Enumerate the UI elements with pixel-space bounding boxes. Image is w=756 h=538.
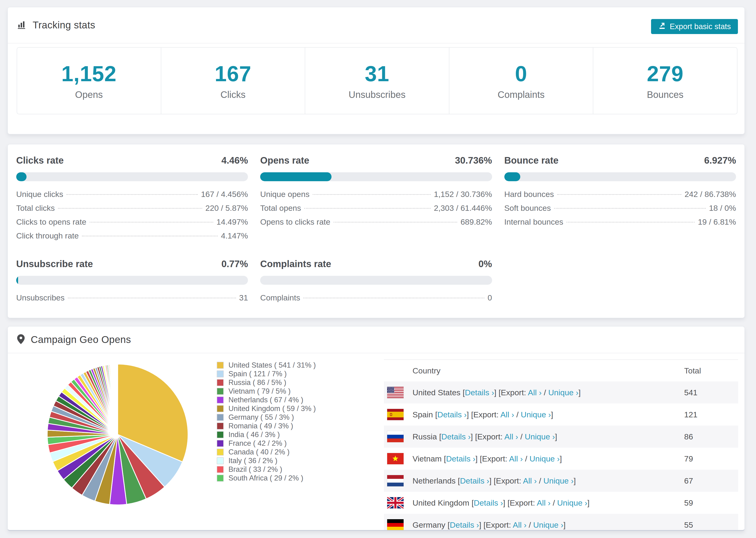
- dotted-leader: [68, 297, 236, 298]
- rate-detail-value: 689.82%: [460, 217, 492, 227]
- legend-item-germany: Germany ( 55 / 3% ): [217, 413, 316, 422]
- dotted-leader: [557, 194, 681, 195]
- legend-item-brazil: Brazil ( 33 / 2% ): [217, 465, 316, 474]
- stat-value: 0: [515, 62, 527, 86]
- campaign-geo-opens-body: United States ( 541 / 31% )Spain ( 121 /…: [8, 353, 744, 530]
- geo-country-cell: Netherlands [Details ›] [Export: All › /…: [412, 476, 684, 485]
- rate-detail-item: Total clicks220 / 5.87%: [16, 203, 248, 217]
- rate-detail-label: Unique clicks: [16, 190, 63, 199]
- tracking-stats-card: Tracking stats Export basic stats 1,152O…: [8, 7, 745, 134]
- country-name: Netherlands: [412, 476, 458, 485]
- legend-label: Italy ( 36 / 2% ): [229, 457, 277, 465]
- country-name: Russia: [412, 432, 439, 441]
- geo-country-cell: Germany [Details ›] [Export: All › / Uni…: [412, 520, 684, 529]
- rate-detail-item: Clicks to opens rate14.497%: [16, 217, 248, 231]
- bracket: [: [439, 432, 441, 441]
- export-unique-link-united-kingdom[interactable]: Unique ›: [557, 498, 587, 507]
- stat-value: 279: [647, 62, 684, 86]
- export-unique-link-russia[interactable]: Unique ›: [525, 432, 555, 441]
- campaign-geo-opens-title: Campaign Geo Opens: [31, 334, 131, 345]
- legend-swatch: [217, 379, 224, 386]
- legend-swatch: [217, 466, 224, 473]
- country-name: Germany: [412, 520, 448, 529]
- export-all-link-united-kingdom[interactable]: All ›: [537, 498, 551, 507]
- country-name: Vietnam: [412, 454, 444, 463]
- legend-label: Canada ( 40 / 2% ): [229, 448, 290, 456]
- export-prefix: Export:: [501, 388, 528, 397]
- country-name: Spain: [412, 410, 435, 419]
- export-all-link-spain[interactable]: All ›: [500, 410, 514, 419]
- geo-table-header-country: Country: [412, 366, 684, 375]
- details-link-russia[interactable]: Details ›: [441, 432, 471, 441]
- dotted-leader: [90, 222, 213, 223]
- rates-card: Clicks rate4.46%Unique clicks167 / 4.456…: [8, 144, 745, 318]
- geo-country-cell: Russia [Details ›] [Export: All › / Uniq…: [412, 432, 684, 441]
- details-link-netherlands[interactable]: Details ›: [460, 476, 489, 485]
- details-link-spain[interactable]: Details ›: [437, 410, 467, 419]
- legend-label: France ( 42 / 2% ): [229, 439, 287, 448]
- details-link-united-kingdom[interactable]: Details ›: [474, 498, 503, 507]
- rate-title: Unsubscribe rate: [16, 259, 93, 269]
- rate-detail-item: Opens to clicks rate689.82%: [260, 217, 492, 231]
- bracket: ] [: [467, 410, 473, 419]
- bracket: [: [463, 388, 465, 397]
- rate-title: Clicks rate: [16, 155, 64, 166]
- pie-slice-other-50[interactable]: [117, 364, 118, 435]
- rate-head: Complaints rate0%: [260, 259, 492, 269]
- legend-label: South Africa ( 29 / 2% ): [229, 474, 303, 482]
- stat-card-opens: 1,152Opens: [17, 48, 161, 114]
- bracket: ]: [555, 432, 557, 441]
- stat-card-unsubscribes: 31Unsubscribes: [305, 48, 449, 114]
- stat-label: Complaints: [498, 89, 545, 100]
- export-unique-link-netherlands[interactable]: Unique ›: [543, 476, 573, 485]
- stat-label: Clicks: [220, 89, 245, 100]
- rate-progress-fill: [16, 172, 27, 181]
- legend-label: Vietnam ( 79 / 5% ): [229, 387, 291, 396]
- country-name: United States: [412, 388, 463, 397]
- details-link-germany[interactable]: Details ›: [450, 520, 479, 529]
- rate-value: 30.736%: [455, 155, 492, 166]
- flag-gb: [387, 497, 404, 509]
- export-unique-link-spain[interactable]: Unique ›: [521, 410, 551, 419]
- slash: /: [551, 498, 557, 507]
- export-all-link-russia[interactable]: All ›: [504, 432, 518, 441]
- geo-opens-pie-chart[interactable]: [45, 362, 190, 507]
- rate-block-bounce-rate: Bounce rate6.927%Hard bounces242 / 86.73…: [504, 155, 736, 245]
- geo-country-cell: Vietnam [Details ›] [Export: All › / Uni…: [412, 454, 684, 463]
- details-link-vietnam[interactable]: Details ›: [446, 454, 475, 463]
- dotted-leader: [554, 208, 706, 209]
- export-all-link-germany[interactable]: All ›: [513, 520, 527, 529]
- dotted-leader: [303, 297, 484, 298]
- rate-progress-fill: [16, 276, 18, 285]
- geo-table-header-total: Total: [684, 366, 738, 375]
- geo-total-cell: 67: [684, 476, 738, 485]
- rate-detail-label: Click through rate: [16, 231, 79, 241]
- map-pin-icon: [17, 334, 25, 346]
- export-unique-link-germany[interactable]: Unique ›: [533, 520, 564, 529]
- export-all-link-vietnam[interactable]: All ›: [509, 454, 523, 463]
- bracket: [: [471, 498, 473, 507]
- geo-opens-table: Country Total United States [Details ›] …: [384, 359, 738, 531]
- rate-detail-value: 2,303 / 61.446%: [434, 203, 492, 213]
- legend-item-united-kingdom: United Kingdom ( 59 / 3% ): [217, 404, 316, 413]
- rate-title: Bounce rate: [504, 155, 559, 166]
- flag-es: [387, 409, 404, 420]
- slash: /: [514, 410, 521, 419]
- export-unique-link-united-states[interactable]: Unique ›: [548, 388, 578, 397]
- rates-grid: Clicks rate4.46%Unique clicks167 / 4.456…: [16, 155, 736, 307]
- rate-detail-item: Soft bounces18 / 0%: [504, 203, 736, 217]
- campaign-geo-opens-header: Campaign Geo Opens: [8, 327, 744, 353]
- export-basic-stats-button[interactable]: Export basic stats: [651, 19, 738, 34]
- dotted-leader: [334, 222, 458, 223]
- tracking-stats-header: Tracking stats: [8, 7, 744, 43]
- slash: /: [537, 476, 543, 485]
- rate-detail-label: Hard bounces: [504, 190, 554, 199]
- export-all-link-united-states[interactable]: All ›: [528, 388, 542, 397]
- geo-total-cell: 541: [684, 388, 738, 397]
- legend-label: Russia ( 86 / 5% ): [229, 378, 286, 387]
- export-all-link-netherlands[interactable]: All ›: [523, 476, 537, 485]
- export-unique-link-vietnam[interactable]: Unique ›: [529, 454, 560, 463]
- geo-total-cell: 55: [684, 520, 738, 529]
- details-link-united-states[interactable]: Details ›: [465, 388, 494, 397]
- rate-progress-fill: [260, 172, 331, 181]
